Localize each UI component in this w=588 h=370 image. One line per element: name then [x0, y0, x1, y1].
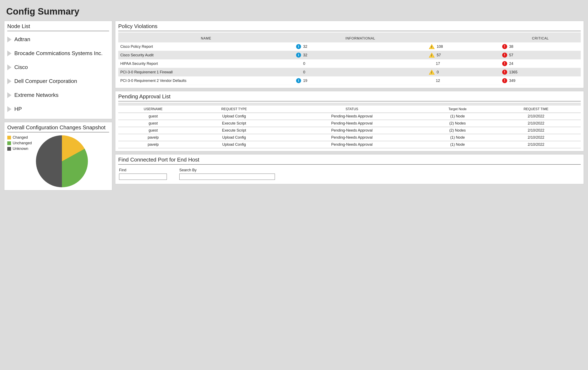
table-row[interactable]: HIPAA Security Report017!24 [118, 59, 581, 68]
legend-swatch [7, 136, 11, 139]
find-input[interactable] [119, 174, 167, 180]
page-title: Config Summary [6, 6, 584, 17]
node-list-item-label: Cisco [14, 64, 28, 71]
table-row[interactable]: PCI-3-0 Requirement 1 Firewall00!1365 [118, 68, 581, 76]
count-value: 57 [509, 53, 514, 57]
chevron-right-icon [7, 92, 11, 98]
critical-icon: ! [502, 53, 507, 58]
table-row[interactable]: Cisco Policy Reporti32108!38 [118, 42, 581, 51]
request-type-cell: Upload Config [188, 141, 280, 148]
count-value: 12 [436, 79, 440, 83]
target-node-cell: (2) Nodes [424, 127, 491, 134]
count-value: 0 [303, 70, 305, 74]
node-list-item[interactable]: Cisco [7, 60, 109, 74]
legend-item: Unknown [7, 147, 32, 151]
table-top-bar [118, 103, 581, 106]
warning-icon [429, 53, 435, 58]
request-type-cell: Execute Script [188, 120, 280, 127]
legend-item: Changed [7, 135, 32, 140]
critical-icon: ! [502, 70, 507, 75]
info-icon: i [296, 44, 301, 49]
search-by-group: Search By [179, 168, 275, 180]
divider [118, 101, 581, 101]
table-row[interactable]: guestUpload ConfigPending-Needs Approval… [118, 113, 581, 120]
col-name: NAME [118, 34, 294, 42]
critical-icon: ! [502, 78, 507, 83]
table-row[interactable]: pavelpUpload ConfigPending-Needs Approva… [118, 141, 581, 148]
policy-violations-panel: Policy Violations NAME INFORMATIONAL CRI… [115, 21, 584, 88]
table-row[interactable]: pavelpUpload ConfigPending-Needs Approva… [118, 134, 581, 141]
search-by-input[interactable] [179, 174, 275, 180]
search-by-label: Search By [179, 168, 275, 172]
request-time-cell: 2/10/2022 [491, 141, 581, 148]
count-value: 17 [436, 62, 440, 66]
divider [118, 31, 581, 31]
col-status: STATUS [280, 106, 424, 113]
target-node-cell: (1) Node [424, 141, 491, 148]
node-list-item-label: Adtran [14, 36, 30, 42]
username-cell: guest [118, 113, 188, 120]
count-value: 0 [303, 62, 305, 66]
table-row[interactable]: guestExecute ScriptPending-Needs Approva… [118, 120, 581, 127]
status-cell: Pending-Needs Approval [280, 141, 424, 148]
col-target-node: Target Node [424, 106, 491, 113]
node-list-item-label: Dell Compuer Corporation [14, 78, 77, 85]
info-icon: i [296, 53, 301, 58]
table-row[interactable]: PCI-3-0 Requirement 2 Vendor Defaultsi19… [118, 76, 581, 85]
table-row[interactable]: guestExecute ScriptPending-Needs Approva… [118, 127, 581, 134]
count-value: 1365 [509, 70, 518, 74]
legend-item: Unchanged [7, 141, 32, 145]
legend: ChangedUnchangedUnknown [7, 135, 32, 151]
node-list-item[interactable]: Adtran [7, 32, 109, 46]
right-column: Policy Violations NAME INFORMATIONAL CRI… [115, 21, 584, 190]
snapshot-panel: Overall Configuration Changes Snapshot C… [4, 122, 112, 190]
table-header-row: NAME INFORMATIONAL CRITICAL [118, 34, 581, 42]
request-time-cell: 2/10/2022 [491, 127, 581, 134]
policy-name: Cisco Security Audit [118, 51, 294, 59]
status-cell: Pending-Needs Approval [280, 120, 424, 127]
node-list-item[interactable]: Brocade Commications Systems Inc. [7, 46, 109, 60]
node-list-item[interactable]: Dell Compuer Corporation [7, 74, 109, 88]
node-list-item[interactable]: Extreme Networks [7, 88, 109, 102]
pie-chart [36, 135, 88, 187]
col-critical: CRITICAL [500, 34, 581, 42]
count-value: 57 [437, 53, 441, 57]
node-list-item-label: HP [14, 106, 22, 112]
icon-placeholder [296, 61, 301, 66]
col-informational: INFORMATIONAL [294, 34, 427, 42]
table-header-row: USERNAME REQUEST TYPE STATUS Target Node… [118, 106, 581, 113]
policy-name: Cisco Policy Report [118, 42, 294, 51]
icon-placeholder [429, 61, 434, 66]
pending-approval-table: USERNAME REQUEST TYPE STATUS Target Node… [118, 106, 581, 148]
policy-name: PCI-3-0 Requirement 1 Firewall [118, 68, 294, 76]
snapshot-title: Overall Configuration Changes Snapshot [7, 124, 109, 131]
count-value: 349 [509, 79, 515, 83]
main-layout: Node List AdtranBrocade Commications Sys… [4, 21, 584, 190]
node-list-item[interactable]: HP [7, 102, 109, 116]
col-warning [427, 34, 500, 42]
policy-name: HIPAA Security Report [118, 59, 294, 68]
count-value: 108 [437, 44, 443, 49]
find-group: Find [119, 168, 167, 180]
count-value: 38 [509, 44, 514, 49]
request-time-cell: 2/10/2022 [491, 120, 581, 127]
request-time-cell: 2/10/2022 [491, 113, 581, 120]
node-list-panel: Node List AdtranBrocade Commications Sys… [4, 21, 112, 119]
chevron-right-icon [7, 37, 11, 42]
username-cell: pavelp [118, 141, 188, 148]
count-value: 24 [509, 62, 514, 66]
username-cell: guest [118, 127, 188, 134]
policy-violations-table: NAME INFORMATIONAL CRITICAL Cisco Policy… [118, 32, 581, 85]
node-list-title: Node List [7, 23, 109, 30]
table-row[interactable]: Cisco Security Auditi3257!57 [118, 51, 581, 59]
warning-icon [429, 70, 435, 75]
legend-label: Changed [13, 135, 28, 140]
target-node-cell: (1) Node [424, 113, 491, 120]
icon-placeholder [296, 70, 301, 75]
status-cell: Pending-Needs Approval [280, 134, 424, 141]
pending-approval-title: Pending Approval List [118, 93, 581, 100]
col-request-type: REQUEST TYPE [188, 106, 280, 113]
target-node-cell: (2) Nodes [424, 120, 491, 127]
username-cell: pavelp [118, 134, 188, 141]
find-port-title: Find Connected Port for End Host [118, 157, 581, 163]
